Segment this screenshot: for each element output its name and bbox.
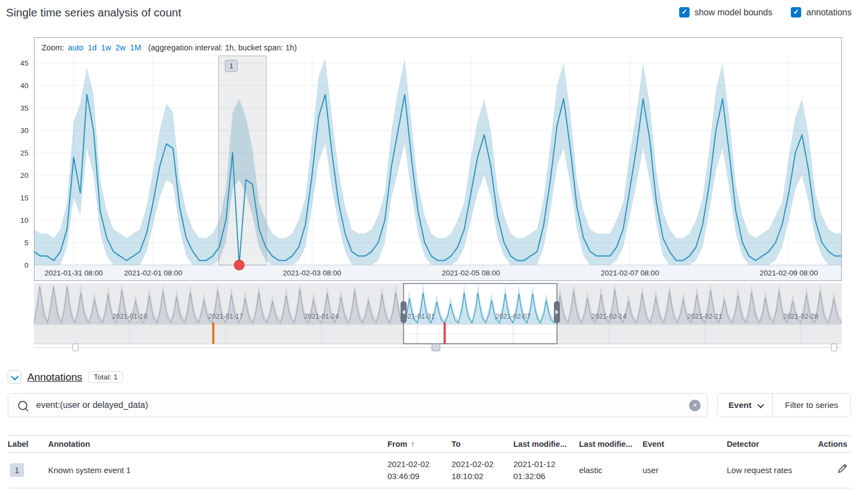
x-axis-tick-label: 2021-02-03 08:00 <box>283 269 342 277</box>
annotation-text-cell: Known system event 1 <box>48 464 387 476</box>
model-bounds-band <box>34 59 842 265</box>
edit-annotation-button[interactable] <box>837 464 847 475</box>
event-filter-dropdown[interactable]: Event <box>717 394 772 417</box>
context-tick-label: 2021-01-10 <box>112 313 147 320</box>
annotation-label-cell: 1 <box>8 463 48 477</box>
x-axis-tick-label: 2021-02-01 08:00 <box>124 269 182 277</box>
annotation-band[interactable]: 1 <box>219 56 267 265</box>
x-axis-tick-label: 2021-02-05 08:00 <box>442 269 500 277</box>
anomaly-marker[interactable] <box>234 260 244 270</box>
detector-cell: Low request rates <box>727 464 809 476</box>
column-header-last-modified-by[interactable]: Last modifie... <box>579 440 643 448</box>
column-header-detector[interactable]: Detector <box>727 440 809 448</box>
scrollbar-handle[interactable] <box>432 344 440 351</box>
annotations-table: Label Annotation From To Last modifie...… <box>8 435 852 488</box>
sort-ascending-icon <box>410 440 414 448</box>
context-tick-label: 2021-02-21 <box>687 313 722 320</box>
checkbox-checked-icon <box>679 7 690 18</box>
annotations-section-header: Annotations Total: 1 <box>8 370 123 384</box>
annotations-checkbox[interactable]: annotations <box>791 7 852 18</box>
last-modified-by-cell: elastic <box>579 464 643 476</box>
to-cell: 2021-02-02 18:10:02 <box>452 458 513 482</box>
context-navigator-chart[interactable]: 2021-01-102021-01-172021-01-242021-01-31… <box>0 283 852 354</box>
main-timeseries-chart[interactable]: 0510152025303540452021-01-31 08:002021-0… <box>0 37 852 281</box>
chevron-down-icon <box>757 401 765 408</box>
annotations-heading[interactable]: Annotations <box>27 371 82 383</box>
filter-to-series-button[interactable]: Filter to series <box>772 394 850 417</box>
actions-cell <box>809 464 852 477</box>
y-axis-tick-label: 5 <box>24 239 28 247</box>
y-axis-tick-label: 45 <box>20 59 28 67</box>
context-tick-label: 2021-02-28 <box>783 313 818 320</box>
context-tick-label: 2021-01-17 <box>208 313 243 320</box>
y-axis-tick-label: 15 <box>20 194 28 202</box>
checkbox-checked-icon <box>791 7 801 18</box>
column-header-annotation[interactable]: Annotation <box>48 440 387 448</box>
event-cell: user <box>643 464 727 476</box>
annotations-table-header: Label Annotation From To Last modifie...… <box>8 435 852 453</box>
swimlane-annotation-marker[interactable] <box>212 323 215 344</box>
column-header-to[interactable]: To <box>452 440 513 448</box>
x-axis-tick-label: 2021-02-07 08:00 <box>601 269 659 277</box>
context-tick-label: 2021-01-24 <box>304 313 339 320</box>
event-filter-label: Event <box>728 400 751 410</box>
context-tick-label: 2021-02-14 <box>592 313 627 320</box>
annotations-filter-button-group: Event Filter to series <box>717 393 851 417</box>
chart-option-checkboxes: show model bounds annotations <box>679 7 852 18</box>
clear-search-button[interactable] <box>689 400 701 411</box>
y-axis-tick-label: 0 <box>24 261 28 269</box>
annotations-search-input[interactable] <box>35 400 689 411</box>
y-axis-tick-label: 40 <box>20 82 28 90</box>
search-icon <box>18 401 27 410</box>
context-tick-label: 2021-02-07 <box>496 313 531 320</box>
annotations-label: annotations <box>806 8 852 18</box>
annotations-total-badge: Total: 1 <box>88 371 123 383</box>
show-model-bounds-checkbox[interactable]: show model bounds <box>679 7 772 18</box>
y-axis-tick-label: 25 <box>20 149 28 157</box>
annotation-label-badge: 1 <box>10 463 24 477</box>
svg-text:1: 1 <box>229 62 233 70</box>
y-axis-tick-label: 35 <box>20 104 28 112</box>
last-modified-date-cell: 2021-01-12 01:32:06 <box>513 458 579 482</box>
y-axis-tick-label: 20 <box>20 171 28 180</box>
annotations-collapse-button[interactable] <box>8 370 21 384</box>
scrollbar-end-handle[interactable] <box>73 344 78 351</box>
chevron-down-icon <box>10 372 18 380</box>
scrollbar-end-handle[interactable] <box>831 344 837 351</box>
pencil-icon <box>837 464 847 474</box>
swimlane-annotation-marker[interactable] <box>444 323 446 344</box>
table-row: 1 Known system event 1 2021-02-02 03:46:… <box>8 453 852 488</box>
column-header-from[interactable]: From <box>387 440 452 448</box>
column-header-actions: Actions <box>809 440 852 448</box>
annotations-search-box <box>8 393 708 417</box>
column-header-label[interactable]: Label <box>8 440 48 448</box>
annotations-search-row: Event Filter to series <box>8 393 852 417</box>
show-model-bounds-label: show model bounds <box>695 8 772 18</box>
x-axis-tick-label: 2021-01-31 08:00 <box>44 269 103 277</box>
x-axis-tick-label: 2021-02-09 08:00 <box>760 269 818 277</box>
from-cell: 2021-02-02 03:46:09 <box>387 458 452 482</box>
y-axis-tick-label: 10 <box>20 216 28 225</box>
page-title: Single time series analysis of count <box>6 6 181 19</box>
y-axis-tick-label: 30 <box>20 126 28 135</box>
column-header-event[interactable]: Event <box>643 440 727 448</box>
column-header-last-modified-date[interactable]: Last modifie... <box>513 440 579 448</box>
